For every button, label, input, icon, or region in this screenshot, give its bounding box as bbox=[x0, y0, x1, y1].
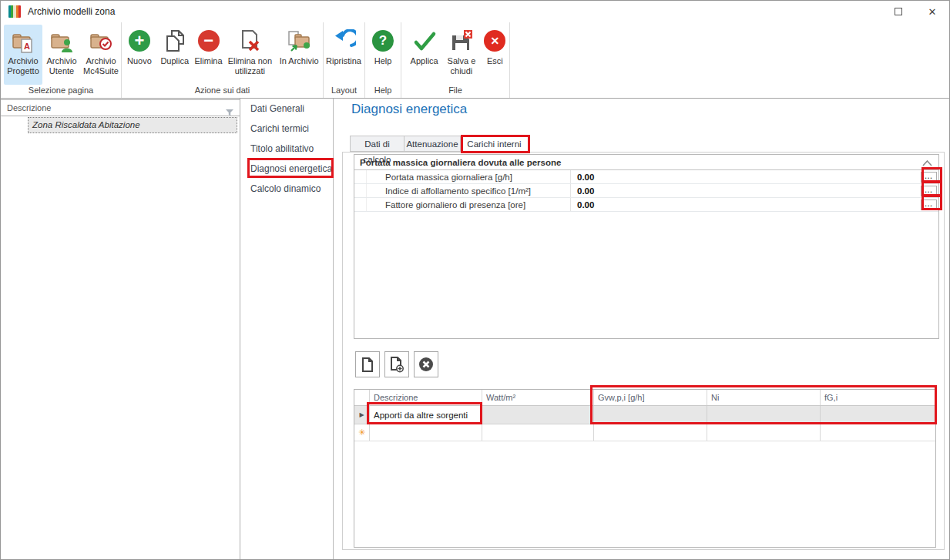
elimina-non-utilizzati-button[interactable]: Elimina non utilizzati bbox=[225, 25, 276, 85]
ribbon-button-label: Esci bbox=[487, 56, 503, 66]
ribbon-button-label: Ripristina bbox=[326, 56, 361, 66]
archivio-progetto-button[interactable]: A Archivio Progetto bbox=[4, 25, 42, 85]
delete-circle-icon bbox=[418, 357, 434, 372]
folder-user-icon bbox=[49, 27, 74, 55]
group-panel-header: Portata massica giornaliera dovuta alle … bbox=[354, 155, 938, 170]
folder-check-icon bbox=[89, 27, 113, 55]
ribbon-group-label: Help bbox=[365, 85, 401, 98]
archivio-mc4suite-button[interactable]: Archivio Mc4Suite bbox=[81, 25, 121, 85]
new-row-button[interactable] bbox=[355, 351, 380, 377]
main-content: Diagnosi energetica Dati di calcolo Atte… bbox=[334, 99, 950, 560]
elimina-button[interactable]: − Elimina bbox=[193, 25, 225, 85]
ribbon-toolbar: A Archivio Progetto Archivio Utente Arch… bbox=[1, 22, 949, 99]
help-icon: ? bbox=[372, 27, 394, 55]
portata-massica-group-panel: Portata massica giornaliera dovuta alle … bbox=[354, 154, 939, 339]
grid-header-ni[interactable]: Ni bbox=[707, 390, 821, 405]
ribbon-button-label: In Archivio bbox=[280, 56, 319, 66]
archivio-modelli-zona-window: Archivio modelli zona ✕ A Archivio Proge… bbox=[0, 0, 950, 560]
ribbon-button-label: Elimina non utilizzati bbox=[225, 56, 276, 75]
grid-toolbar bbox=[355, 351, 443, 377]
window-title: Archivio modelli zona bbox=[28, 6, 115, 17]
nav-item-titolo-abilitativo[interactable]: Titolo abilitativo bbox=[240, 139, 333, 159]
cell-descrizione[interactable]: Apporti da altre sorgenti bbox=[370, 406, 482, 424]
page-delete-icon bbox=[237, 27, 263, 55]
ribbon-button-label: Salva e chiudi bbox=[442, 56, 480, 75]
cell-watt-m2[interactable] bbox=[482, 424, 594, 441]
cell-fgi[interactable] bbox=[821, 424, 935, 441]
svg-text:A: A bbox=[24, 42, 30, 51]
page-title: Diagnosi energetica bbox=[351, 102, 467, 117]
property-row-fattore-giornaliero: Fattore giornaliero di presenza [ore] 0.… bbox=[354, 198, 938, 212]
nav-item-carichi-termici[interactable]: Carichi termici bbox=[240, 119, 333, 139]
property-row-indice-affollamento: Indice di affollamento specifico [1/m²] … bbox=[354, 184, 938, 198]
close-button[interactable]: ✕ bbox=[915, 2, 949, 22]
ribbon-group-label: File bbox=[401, 85, 509, 98]
tabstrip: Dati di calcolo Attenuazione Carichi int… bbox=[350, 136, 529, 153]
ribbon-button-label: Archivio Mc4Suite bbox=[81, 56, 121, 75]
delete-row-button[interactable] bbox=[414, 351, 438, 377]
current-row-indicator-icon: ▶ bbox=[354, 406, 370, 424]
ribbon-group-label: Azione sui dati bbox=[122, 85, 323, 98]
cell-fgi[interactable] bbox=[821, 406, 935, 424]
new-page-icon bbox=[361, 357, 374, 373]
ribbon-group-selezione-pagina: A Archivio Progetto Archivio Utente Arch… bbox=[1, 22, 122, 98]
cell-watt-m2[interactable] bbox=[482, 406, 594, 424]
tab-carichi-interni[interactable]: Carichi interni bbox=[461, 136, 529, 153]
descrizione-column-header[interactable]: Descrizione bbox=[1, 99, 240, 116]
cell-ni[interactable] bbox=[707, 424, 821, 441]
ribbon-group-azione-sui-dati: + Nuovo Duplica − Elimina bbox=[122, 22, 324, 98]
ellipsis-button[interactable]: ... bbox=[921, 172, 937, 183]
maximize-icon bbox=[895, 8, 902, 15]
cell-ni[interactable] bbox=[707, 406, 821, 424]
cell-descrizione[interactable] bbox=[370, 424, 482, 441]
app-icon bbox=[8, 5, 21, 18]
ribbon-group-layout: Ripristina Layout bbox=[324, 22, 365, 98]
zone-list-panel: Descrizione Zona Riscaldata Abitazione bbox=[1, 99, 240, 560]
tab-attenuazione[interactable]: Attenuazione bbox=[405, 136, 461, 152]
nuovo-button[interactable]: + Nuovo bbox=[122, 25, 157, 85]
esci-button[interactable]: ✕ Esci bbox=[481, 25, 509, 85]
ripristina-button[interactable]: Ripristina bbox=[324, 25, 364, 85]
ellipsis-button[interactable]: ... bbox=[921, 186, 937, 196]
ribbon-group-label: Layout bbox=[324, 85, 364, 98]
grid-new-row: ✳ bbox=[354, 424, 935, 441]
duplica-button[interactable]: Duplica bbox=[157, 25, 193, 85]
cell-gvw[interactable] bbox=[594, 406, 707, 424]
property-label: Indice di affollamento specifico [1/m²] bbox=[367, 186, 570, 196]
grid-header-row: Descrizione Watt/m² Gvw,p,i [g/h] Ni fG,… bbox=[354, 390, 935, 406]
in-archivio-button[interactable]: In Archivio bbox=[275, 25, 323, 85]
nav-item-dati-generali[interactable]: Dati Generali bbox=[240, 99, 333, 119]
cell-gvw[interactable] bbox=[594, 424, 707, 441]
grid-header-fgi[interactable]: fG,i bbox=[821, 390, 935, 405]
applica-button[interactable]: Applica bbox=[406, 25, 442, 85]
property-value[interactable]: 0.00 bbox=[570, 170, 921, 183]
add-row-button[interactable] bbox=[384, 351, 409, 377]
nav-item-diagnosi-energetica[interactable]: Diagnosi energetica bbox=[240, 159, 333, 179]
property-value[interactable]: 0.00 bbox=[570, 184, 921, 197]
archivio-utente-button[interactable]: Archivio Utente bbox=[42, 25, 81, 85]
ribbon-button-label: Nuovo bbox=[127, 56, 152, 66]
nav-item-calcolo-dinamico[interactable]: Calcolo dinamico bbox=[240, 179, 333, 199]
grid-header-descrizione[interactable]: Descrizione bbox=[370, 390, 482, 405]
ribbon-group-file: Applica Salva e chiudi ✕ Esci File bbox=[401, 22, 510, 98]
ribbon-button-label: Archivio Progetto bbox=[4, 56, 42, 75]
property-value[interactable]: 0.00 bbox=[570, 198, 921, 211]
help-button[interactable]: ? Help bbox=[366, 25, 400, 85]
apporti-data-grid: Descrizione Watt/m² Gvw,p,i [g/h] Ni fG,… bbox=[354, 389, 936, 548]
property-label: Portata massica giornaliera [g/h] bbox=[367, 173, 570, 182]
grid-header-gvw[interactable]: Gvw,p,i [g/h] bbox=[594, 390, 707, 405]
close-icon: ✕ bbox=[928, 6, 937, 18]
ribbon-group-label: Selezione pagina bbox=[1, 85, 121, 98]
tab-dati-di-calcolo[interactable]: Dati di calcolo bbox=[350, 136, 405, 152]
ribbon-button-label: Help bbox=[374, 56, 392, 66]
collapse-chevron-icon[interactable] bbox=[922, 159, 932, 168]
add-icon: + bbox=[129, 27, 150, 55]
ribbon-button-label: Duplica bbox=[160, 56, 189, 66]
copy-icon bbox=[163, 27, 187, 55]
salva-e-chiudi-button[interactable]: Salva e chiudi bbox=[442, 25, 480, 85]
zone-list-item[interactable]: Zona Riscaldata Abitazione bbox=[28, 117, 237, 133]
ribbon-button-label: Archivio Utente bbox=[42, 56, 81, 75]
maximize-button[interactable] bbox=[881, 2, 915, 22]
grid-header-watt-m2[interactable]: Watt/m² bbox=[482, 390, 594, 405]
ellipsis-button[interactable]: ... bbox=[921, 200, 937, 210]
